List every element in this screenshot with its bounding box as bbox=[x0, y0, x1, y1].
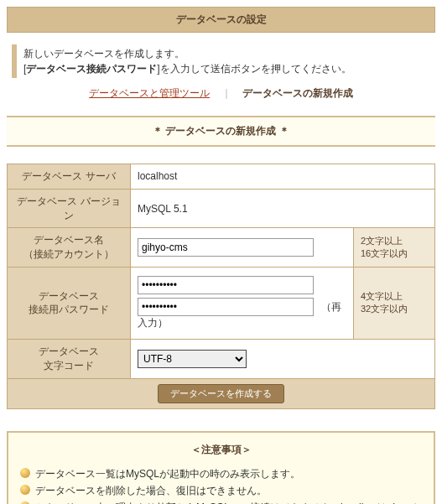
notice-box: ＜注意事項＞ データベース一覧はMySQLが起動中の時のみ表示します。 データベ… bbox=[7, 431, 435, 504]
db-form-table: データベース サーバ localhost データベース バージョン MySQL … bbox=[7, 164, 435, 379]
cell-password: （再入力） bbox=[131, 267, 354, 339]
intro-line1: 新しいデータベースを作成します。 bbox=[23, 46, 430, 61]
tab-db-list[interactable]: データベースと管理ツール bbox=[89, 87, 210, 99]
tab-db-create: データベースの新規作成 bbox=[242, 87, 353, 99]
notice-item: セキュリティ上の理由より外部からMySQLへの接続はできません。localhos… bbox=[20, 499, 422, 504]
label-password: データベース 接続用パスワード bbox=[8, 267, 131, 339]
hint-dbname: 2文字以上 16文字以内 bbox=[354, 228, 435, 268]
password-confirm-input[interactable] bbox=[138, 298, 314, 316]
hint-password: 4文字以上 32文字以内 bbox=[354, 267, 435, 339]
cell-charset: UTF-8 bbox=[131, 339, 435, 378]
label-server: データベース サーバ bbox=[8, 164, 131, 190]
notice-item: データベース一覧はMySQLが起動中の時のみ表示します。 bbox=[20, 465, 422, 482]
cell-dbname bbox=[131, 228, 354, 268]
page-header: データベースの設定 bbox=[7, 7, 435, 33]
label-charset: データベース 文字コード bbox=[8, 339, 131, 378]
password-input[interactable] bbox=[138, 276, 314, 294]
label-version: データベース バージョン bbox=[8, 189, 131, 228]
intro-line2: [データベース接続パスワード]を入力して送信ボタンを押してください。 bbox=[23, 61, 430, 76]
value-server: localhost bbox=[131, 164, 435, 190]
notice-title: ＜注意事項＞ bbox=[20, 443, 422, 457]
section-title: ＊ データベースの新規作成 ＊ bbox=[7, 116, 435, 147]
notice-item: データベースを削除した場合、復旧はできません。 bbox=[20, 482, 422, 499]
intro-box: 新しいデータベースを作成します。 [データベース接続パスワード]を入力して送信ボ… bbox=[12, 44, 430, 78]
submit-row: データベースを作成する bbox=[7, 379, 435, 409]
dbname-input[interactable] bbox=[138, 238, 314, 257]
page-title: データベースの設定 bbox=[176, 13, 267, 25]
create-db-button[interactable]: データベースを作成する bbox=[158, 384, 284, 403]
value-version: MySQL 5.1 bbox=[131, 189, 435, 228]
tab-row: データベースと管理ツール ｜ データベースの新規作成 bbox=[7, 86, 435, 101]
label-dbname: データベース名 （接続アカウント） bbox=[8, 228, 131, 268]
charset-select[interactable]: UTF-8 bbox=[138, 350, 247, 368]
tab-separator: ｜ bbox=[221, 87, 231, 99]
notice-list: データベース一覧はMySQLが起動中の時のみ表示します。 データベースを削除した… bbox=[20, 465, 422, 504]
